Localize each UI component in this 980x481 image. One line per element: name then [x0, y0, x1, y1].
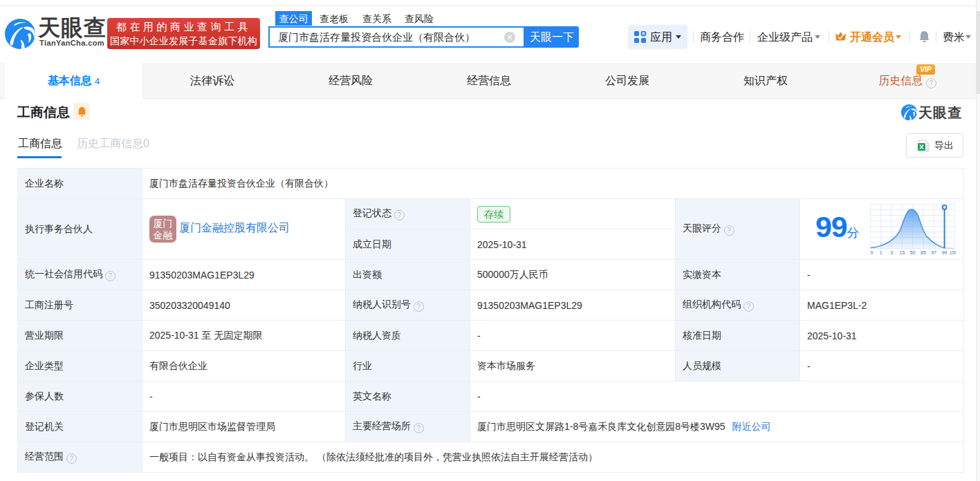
svg-text:50: 50	[910, 250, 916, 255]
svg-text:99: 99	[942, 250, 947, 255]
svg-text:85: 85	[921, 250, 926, 255]
svg-text:15: 15	[900, 250, 905, 255]
svg-text:1: 1	[880, 250, 882, 255]
svg-text:100: 100	[950, 250, 956, 255]
svg-text:0: 0	[871, 250, 873, 255]
svg-text:3: 3	[890, 250, 893, 255]
svg-text:97: 97	[931, 250, 936, 255]
